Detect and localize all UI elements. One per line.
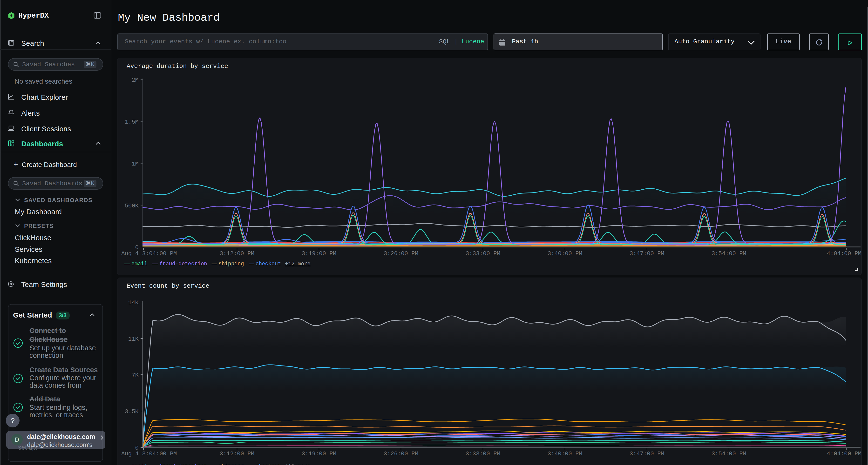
svg-text:3:12:00 PM: 3:12:00 PM <box>220 451 254 457</box>
svg-text:Aug 4 3:04:00 PM: Aug 4 3:04:00 PM <box>121 250 177 257</box>
svg-text:500K: 500K <box>125 203 138 209</box>
svg-text:1.5M: 1.5M <box>125 119 138 125</box>
svg-text:1M: 1M <box>132 161 138 167</box>
svg-text:3.5K: 3.5K <box>125 408 138 415</box>
svg-text:3:40:00 PM: 3:40:00 PM <box>548 250 582 257</box>
svg-text:3:19:00 PM: 3:19:00 PM <box>302 451 336 457</box>
svg-text:4:04:00 PM: 4:04:00 PM <box>827 250 862 257</box>
svg-text:3:12:00 PM: 3:12:00 PM <box>220 250 254 257</box>
svg-text:11K: 11K <box>128 336 139 342</box>
svg-text:0: 0 <box>135 244 138 251</box>
svg-text:4:04:00 PM: 4:04:00 PM <box>827 451 862 457</box>
svg-text:3:33:00 PM: 3:33:00 PM <box>466 451 500 457</box>
svg-text:3:47:00 PM: 3:47:00 PM <box>629 451 664 457</box>
svg-text:3:19:00 PM: 3:19:00 PM <box>302 250 336 257</box>
svg-text:Aug 4 3:04:00 PM: Aug 4 3:04:00 PM <box>121 451 177 457</box>
svg-text:7K: 7K <box>132 372 138 378</box>
svg-text:3:54:00 PM: 3:54:00 PM <box>712 250 746 257</box>
svg-text:3:26:00 PM: 3:26:00 PM <box>383 250 418 257</box>
svg-text:3:47:00 PM: 3:47:00 PM <box>629 250 664 257</box>
svg-text:14K: 14K <box>128 299 139 306</box>
svg-text:3:33:00 PM: 3:33:00 PM <box>466 250 500 257</box>
svg-text:0: 0 <box>135 445 138 451</box>
svg-text:2M: 2M <box>132 77 138 84</box>
svg-text:3:26:00 PM: 3:26:00 PM <box>383 451 418 457</box>
svg-text:3:40:00 PM: 3:40:00 PM <box>548 451 582 457</box>
svg-text:3:54:00 PM: 3:54:00 PM <box>712 451 746 457</box>
